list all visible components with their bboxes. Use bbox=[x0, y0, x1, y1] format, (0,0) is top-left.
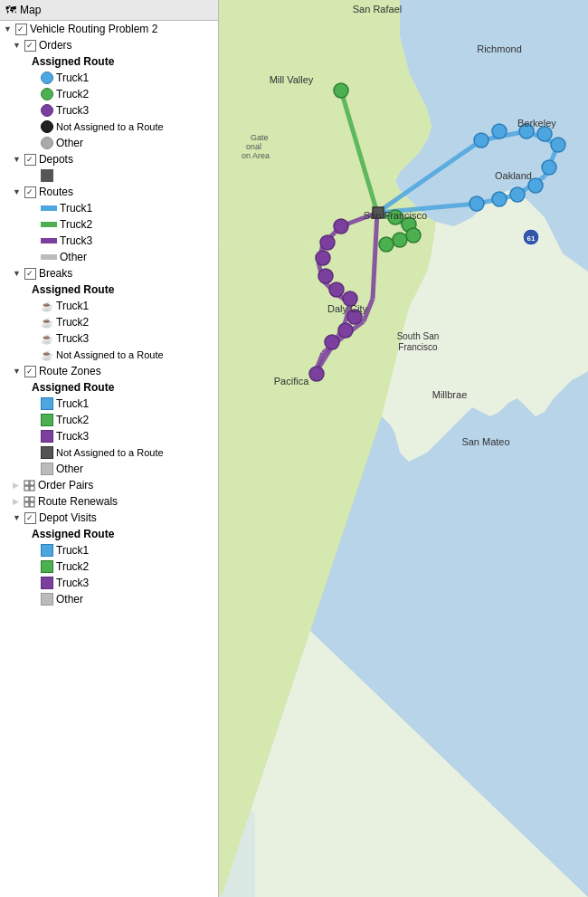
rz-truck3-label: Truck3 bbox=[56, 430, 89, 443]
svg-rect-7 bbox=[30, 502, 34, 507]
depot-visits-item[interactable]: ▼ ✓ Depot Visits bbox=[0, 510, 218, 526]
route-zones-item[interactable]: ▼ ✓ Route Zones bbox=[0, 363, 218, 379]
depot-visits-checkbox[interactable]: ✓ bbox=[24, 512, 36, 524]
routes-truck3-label: Truck3 bbox=[60, 234, 92, 247]
routes-checkbox[interactable]: ✓ bbox=[24, 186, 36, 198]
dv-truck3-icon bbox=[41, 577, 53, 589]
routes-other-item: Other bbox=[0, 249, 218, 265]
panel-header: 🗺 Map bbox=[0, 0, 218, 21]
orders-other-label: Other bbox=[56, 137, 83, 149]
depots-item[interactable]: ▼ ✓ Depots bbox=[0, 151, 218, 167]
left-panel[interactable]: 🗺 Map ▼ ✓ Vehicle Routing Problem 2 ▼ ✓ … bbox=[0, 0, 219, 897]
depot-visits-label: Depot Visits bbox=[39, 511, 97, 524]
order-pairs-item[interactable]: ▶ Order Pairs bbox=[0, 477, 218, 493]
routes-truck1-icon bbox=[41, 205, 57, 211]
route-zones-arrow[interactable]: ▼ bbox=[13, 367, 21, 376]
dv-other-icon bbox=[41, 593, 53, 606]
svg-point-49 bbox=[393, 233, 407, 247]
svg-rect-3 bbox=[30, 486, 34, 491]
routes-arrow[interactable]: ▼ bbox=[13, 187, 21, 196]
order-pairs-label: Order Pairs bbox=[38, 479, 93, 491]
orders-truck3-icon bbox=[41, 104, 53, 117]
svg-point-53 bbox=[316, 251, 330, 265]
breaks-assigned-route-label: Assigned Route bbox=[32, 283, 114, 296]
dv-truck1-item: Truck1 bbox=[0, 542, 218, 558]
rz-not-assigned-label: Not Assigned to a Route bbox=[56, 447, 164, 458]
root-checkbox[interactable]: ✓ bbox=[15, 24, 27, 35]
routes-other-label: Other bbox=[60, 251, 87, 263]
orders-not-assigned-item: Not Assigned to a Route bbox=[0, 119, 218, 135]
breaks-not-assigned-item: ☕ Not Assigned to a Route bbox=[0, 347, 218, 363]
route-renewals-item[interactable]: ▶ Route Renewals bbox=[0, 493, 218, 510]
svg-point-59 bbox=[325, 335, 339, 349]
map-panel[interactable]: San Rafael Richmond Mill Valley Berkeley… bbox=[219, 0, 588, 897]
breaks-truck1-item: ☕ Truck1 bbox=[0, 298, 218, 314]
breaks-arrow[interactable]: ▼ bbox=[13, 269, 21, 278]
svg-rect-1 bbox=[30, 481, 34, 485]
rz-truck3-icon bbox=[41, 430, 53, 443]
svg-rect-0 bbox=[24, 481, 29, 485]
expand-arrow[interactable]: ▼ bbox=[4, 24, 12, 33]
dv-truck2-icon bbox=[41, 560, 53, 573]
label-richmond: Richmond bbox=[477, 43, 522, 54]
svg-rect-2 bbox=[24, 486, 29, 491]
orders-truck1-label: Truck1 bbox=[56, 72, 89, 84]
route-zones-checkbox[interactable]: ✓ bbox=[24, 366, 36, 377]
orders-not-assigned-label: Not Assigned to a Route bbox=[56, 121, 164, 132]
breaks-truck3-label: Truck3 bbox=[56, 332, 89, 345]
label-millbrae: Millbrae bbox=[432, 389, 468, 400]
breaks-truck1-label: Truck1 bbox=[56, 300, 89, 312]
label-san-mateo: San Mateo bbox=[461, 436, 509, 447]
depots-checkbox[interactable]: ✓ bbox=[24, 154, 36, 166]
svg-point-43 bbox=[492, 192, 507, 206]
orders-truck1-icon bbox=[41, 72, 53, 84]
dv-truck1-icon bbox=[41, 544, 53, 557]
svg-rect-4 bbox=[24, 497, 29, 501]
breaks-truck3-item: ☕ Truck3 bbox=[0, 330, 218, 347]
routes-item[interactable]: ▼ ✓ Routes bbox=[0, 184, 218, 200]
routes-label: Routes bbox=[39, 186, 73, 198]
label-south-sf: South San bbox=[397, 331, 440, 341]
orders-assigned-route-header: Assigned Route bbox=[0, 53, 218, 70]
label-area2: on Area bbox=[242, 151, 270, 160]
svg-rect-6 bbox=[24, 502, 29, 507]
main-container: 🗺 Map ▼ ✓ Vehicle Routing Problem 2 ▼ ✓ … bbox=[0, 0, 588, 897]
svg-point-58 bbox=[338, 323, 353, 338]
label-area: onal bbox=[246, 142, 261, 151]
breaks-checkbox[interactable]: ✓ bbox=[24, 268, 36, 280]
panel-title: Map bbox=[20, 4, 41, 16]
rz-truck3-item: Truck3 bbox=[0, 428, 218, 444]
svg-text:61: 61 bbox=[527, 234, 536, 243]
routes-other-icon bbox=[41, 254, 57, 260]
breaks-not-assigned-label: Not Assigned to a Route bbox=[56, 349, 164, 360]
orders-item[interactable]: ▼ ✓ Orders bbox=[0, 37, 218, 53]
orders-checkbox[interactable]: ✓ bbox=[24, 40, 36, 52]
route-zones-label: Route Zones bbox=[39, 365, 101, 377]
breaks-not-assigned-icon: ☕ bbox=[41, 348, 53, 361]
svg-point-45 bbox=[334, 83, 348, 98]
order-pairs-grid-icon bbox=[23, 480, 35, 491]
depots-arrow[interactable]: ▼ bbox=[13, 155, 21, 164]
orders-not-assigned-icon bbox=[41, 120, 53, 133]
svg-point-39 bbox=[551, 138, 565, 152]
svg-point-40 bbox=[542, 160, 556, 175]
root-item[interactable]: ▼ ✓ Vehicle Routing Problem 2 bbox=[0, 21, 218, 37]
rz-not-assigned-item: Not Assigned to a Route bbox=[0, 444, 218, 461]
depot-visits-arrow[interactable]: ▼ bbox=[13, 513, 21, 522]
map-icon: 🗺 bbox=[5, 4, 16, 16]
orders-arrow[interactable]: ▼ bbox=[13, 41, 21, 50]
route-zones-assigned-header: Assigned Route bbox=[0, 379, 218, 396]
breaks-item[interactable]: ▼ ✓ Breaks bbox=[0, 265, 218, 282]
routes-truck2-icon bbox=[41, 222, 57, 227]
orders-truck3-item: Truck3 bbox=[0, 102, 218, 119]
orders-truck2-icon bbox=[41, 88, 53, 100]
depots-icon-item bbox=[0, 167, 218, 184]
label-oakland: Oakland bbox=[495, 170, 532, 181]
route-renewals-arrow[interactable]: ▶ bbox=[13, 497, 19, 506]
svg-rect-5 bbox=[30, 497, 34, 501]
svg-point-42 bbox=[510, 187, 525, 202]
depots-label: Depots bbox=[39, 153, 73, 166]
rz-truck2-item: Truck2 bbox=[0, 412, 218, 428]
order-pairs-arrow[interactable]: ▶ bbox=[13, 481, 19, 490]
orders-other-icon bbox=[41, 137, 53, 149]
